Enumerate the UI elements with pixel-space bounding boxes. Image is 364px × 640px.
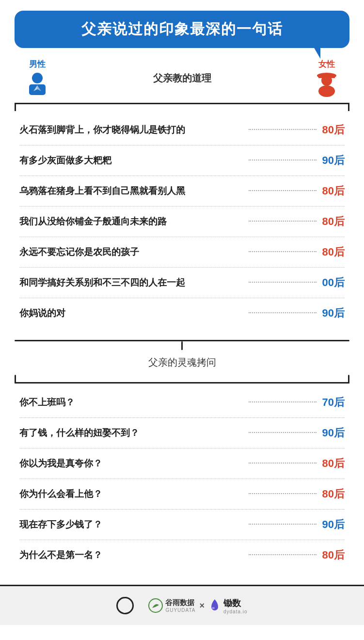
dydata-sub: dydata.io: [223, 609, 248, 614]
item-text: 和同学搞好关系别和不三不四的人在一起: [19, 276, 244, 289]
guyu-icon: [148, 598, 163, 613]
item-text: 你妈说的对: [19, 307, 244, 320]
dydata-name: 锄数: [223, 597, 248, 609]
item-tag: 90后: [321, 426, 345, 440]
item-dots: [249, 432, 317, 433]
item-dots: [249, 401, 317, 402]
item-dots: [249, 282, 317, 283]
list-item: 有了钱，什么样的妞娶不到？90后: [19, 418, 345, 448]
list-item: 现在存下多少钱了？90后: [19, 510, 345, 540]
list-item: 火石落到脚背上，你才晓得锅儿是铁打的80后: [19, 115, 345, 145]
item-text: 现在存下多少钱了？: [19, 518, 244, 531]
section2-divider: 父亲的灵魂拷问: [15, 340, 349, 384]
item-tag: 80后: [321, 123, 345, 137]
item-tag: 90后: [321, 153, 345, 168]
item-tag: 90后: [321, 306, 345, 320]
item-dots: [249, 190, 317, 191]
item-tag: 90后: [321, 517, 345, 532]
item-dots: [249, 493, 317, 494]
section-center-title: 父亲教的道理: [153, 72, 211, 85]
item-text: 你以为我是真夸你？: [19, 457, 244, 470]
item-tag: 00后: [321, 275, 345, 290]
guyu-sub: GUYUDATA: [165, 608, 195, 613]
section1-items: 火石落到脚背上，你才晓得锅儿是铁打的80后有多少灰面做多大粑粑90后乌鸦落在猪身…: [0, 111, 364, 333]
guyu-name: 谷雨数据: [165, 598, 194, 608]
section2-title: 父亲的灵魂拷问: [148, 350, 216, 375]
list-item: 为什么不是第一名？80后: [19, 540, 345, 570]
list-item: 我们从没给你铺金子般通向未来的路80后: [19, 207, 345, 237]
section2-items: 你不上班吗？70后有了钱，什么样的妞娶不到？90后你以为我是真夸你？80后你为什…: [0, 384, 364, 575]
header-title: 父亲说过的印象最深的一句话: [24, 19, 340, 39]
female-icon: [314, 72, 340, 98]
item-tag: 70后: [321, 395, 345, 410]
list-item: 你妈说的对90后: [19, 298, 345, 328]
list-item: 你不上班吗？70后: [19, 387, 345, 418]
item-tag: 80后: [321, 487, 345, 501]
female-label: 女性: [318, 59, 335, 70]
svg-point-6: [321, 75, 332, 86]
female-section: 女性: [314, 59, 340, 98]
male-icon: [24, 72, 50, 98]
header-bubble: 父亲说过的印象最深的一句话: [15, 11, 349, 48]
item-text: 你不上班吗？: [19, 396, 244, 409]
list-item: 你为什么会看上他？80后: [19, 479, 345, 510]
item-text: 乌鸦落在猪身上看不到自己黑就看别人黑: [19, 185, 244, 197]
item-text: 火石落到脚背上，你才晓得锅儿是铁打的: [19, 124, 244, 136]
guyu-logo: 谷雨数据 GUYUDATA: [148, 598, 195, 613]
item-text: 有了钱，什么样的妞娶不到？: [19, 427, 244, 439]
list-item: 你以为我是真夸你？80后: [19, 448, 345, 479]
footer-circle-icon: [116, 597, 134, 614]
male-label: 男性: [29, 59, 46, 70]
separator: ×: [199, 601, 205, 611]
item-dots: [249, 160, 317, 160]
gender-row: 男性 父亲教的道理 女性: [0, 48, 364, 103]
item-text: 有多少灰面做多大粑粑: [19, 154, 244, 167]
list-item: 永远不要忘记你是农民的孩子80后: [19, 237, 345, 268]
item-text: 我们从没给你铺金子般通向未来的路: [19, 215, 244, 228]
dydata-logo: 锄数 dydata.io: [208, 597, 248, 614]
item-tag: 80后: [321, 548, 345, 562]
item-dots: [249, 524, 317, 525]
svg-point-7: [318, 85, 335, 97]
item-tag: 80后: [321, 184, 345, 198]
list-item: 和同学搞好关系别和不三不四的人在一起00后: [19, 268, 345, 298]
item-text: 为什么不是第一名？: [19, 549, 244, 561]
item-text: 永远不要忘记你是农民的孩子: [19, 246, 244, 258]
item-tag: 80后: [321, 456, 345, 471]
item-dots: [249, 251, 317, 252]
item-dots: [249, 312, 317, 313]
svg-point-0: [32, 73, 43, 83]
list-item: 有多少灰面做多大粑粑90后: [19, 145, 345, 176]
item-dots: [249, 554, 317, 555]
item-text: 你为什么会看上他？: [19, 488, 244, 500]
item-dots: [249, 129, 317, 130]
dydata-icon: [208, 598, 221, 613]
item-dots: [249, 221, 317, 222]
list-item: 乌鸦落在猪身上看不到自己黑就看别人黑80后: [19, 176, 345, 207]
item-tag: 80后: [321, 214, 345, 229]
svg-point-9: [212, 607, 215, 609]
top-bracket: [15, 103, 349, 111]
item-tag: 80后: [321, 245, 345, 259]
footer: 谷雨数据 GUYUDATA × 锄数 dydata.io: [0, 585, 364, 625]
item-dots: [249, 463, 317, 464]
footer-logos: 谷雨数据 GUYUDATA × 锄数 dydata.io: [148, 597, 247, 614]
male-section: 男性: [24, 59, 50, 98]
